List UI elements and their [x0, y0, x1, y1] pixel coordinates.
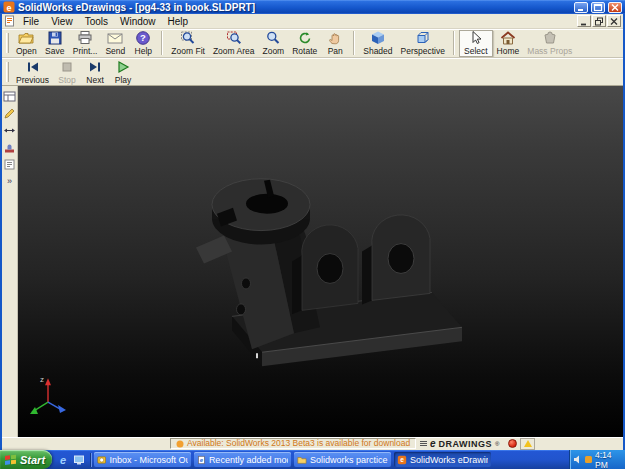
open-button[interactable]: Open [12, 30, 41, 57]
perspective-label: Perspective [401, 46, 445, 56]
print-button[interactable]: Print... [69, 30, 102, 57]
edrawings-icon: e [397, 454, 407, 466]
rotate-button[interactable]: Rotate [288, 30, 321, 57]
shaded-button[interactable]: Shaded [359, 30, 396, 57]
quick-launch: e [52, 454, 90, 466]
windows-flag-icon [4, 453, 17, 466]
comment-button[interactable] [3, 157, 17, 171]
warning-icon [524, 440, 532, 447]
print-label: Print... [73, 46, 98, 56]
stamp-icon [3, 141, 16, 154]
app-icon: e [3, 1, 15, 13]
start-label: Start [20, 454, 45, 466]
printer-icon [77, 30, 93, 46]
screen: e SolidWorks eDrawings - [pg4-33 in book… [0, 0, 625, 469]
minimize-button[interactable] [574, 2, 588, 13]
task-edrawings[interactable]: e SolidWorks eDrawing... [394, 452, 491, 467]
save-button[interactable]: Save [41, 30, 69, 57]
zoom-area-label: Zoom Area [213, 46, 255, 56]
zoom-fit-label: Zoom Fit [171, 46, 205, 56]
toolbar-grip[interactable] [6, 62, 9, 82]
panels-button[interactable] [3, 89, 17, 103]
rotate-icon [297, 30, 313, 46]
open-label: Open [16, 46, 37, 56]
zoom-area-icon [226, 30, 242, 46]
doc-minimize-button[interactable] [577, 15, 591, 27]
shaded-cube-icon [370, 30, 386, 46]
notice-text: Available: SolidWorks 2013 Beta3 is avai… [187, 439, 410, 448]
help-icon: ? [135, 30, 151, 46]
mass-props-button[interactable]: Mass Props [523, 30, 576, 57]
tray-app-icon[interactable] [584, 455, 593, 464]
task-browser[interactable]: e Recently added models -... [194, 452, 291, 467]
previous-button[interactable]: Previous [12, 58, 53, 85]
svg-text:e: e [400, 456, 404, 463]
rotate-label: Rotate [292, 46, 317, 56]
help-button[interactable]: ? Help [129, 30, 157, 57]
zoom-fit-button[interactable]: Zoom Fit [167, 30, 209, 57]
window-title: SolidWorks eDrawings - [pg4-33 in book.S… [18, 2, 571, 13]
home-icon [500, 30, 516, 46]
panels-icon [3, 90, 16, 103]
next-icon [87, 59, 103, 75]
svg-text:e: e [6, 3, 11, 13]
menu-view[interactable]: View [45, 15, 79, 28]
maximize-button[interactable] [591, 2, 605, 13]
menu-window[interactable]: Window [114, 15, 162, 28]
save-floppy-icon [47, 30, 63, 46]
mass-props-label: Mass Props [527, 46, 572, 56]
zoom-fit-icon [180, 30, 196, 46]
dimension-button[interactable] [3, 123, 17, 137]
viewport-3d[interactable]: z [18, 86, 623, 437]
menubar: File View Tools Window Help [2, 14, 623, 29]
stamp-button[interactable] [3, 140, 17, 154]
task-browser-label: Recently added models -... [209, 455, 288, 465]
toolbar-separator [353, 31, 355, 55]
select-button[interactable]: Select [459, 30, 493, 57]
warning-button[interactable] [520, 438, 535, 450]
menu-help[interactable]: Help [162, 15, 195, 28]
zoom-area-button[interactable]: Zoom Area [209, 30, 259, 57]
svg-text:?: ? [140, 32, 146, 43]
send-button[interactable]: Send [101, 30, 129, 57]
system-tray: 4:14 PM [569, 450, 625, 469]
status-red-icon[interactable] [508, 439, 517, 448]
next-button[interactable]: Next [81, 58, 109, 85]
save-label: Save [45, 46, 64, 56]
update-notice: Available: SolidWorks 2013 Beta3 is avai… [170, 438, 416, 449]
pan-hand-icon [327, 30, 343, 46]
edrawings-window: e SolidWorks eDrawings - [pg4-33 in book… [0, 0, 625, 450]
internet-explorer-icon[interactable]: e [57, 454, 69, 466]
menu-tools[interactable]: Tools [79, 15, 114, 28]
task-outlook[interactable]: Inbox - Microsoft Outlook [94, 452, 191, 467]
previous-label: Previous [16, 75, 49, 85]
doc-close-button[interactable] [607, 15, 621, 27]
zoom-label: Zoom [262, 46, 284, 56]
show-desktop-icon[interactable] [73, 454, 85, 466]
highlight-speck [256, 353, 258, 358]
toolbar-separator [453, 31, 455, 55]
clock[interactable]: 4:14 PM [595, 450, 622, 469]
toolbar-grip[interactable] [6, 33, 9, 53]
play-button[interactable]: Play [109, 58, 137, 85]
home-button[interactable]: Home [493, 30, 524, 57]
stop-button[interactable]: Stop [53, 58, 81, 85]
start-button[interactable]: Start [0, 450, 52, 469]
window-body: File View Tools Window Help [0, 14, 625, 450]
task-outlook-label: Inbox - Microsoft Outlook [109, 455, 188, 465]
menu-file[interactable]: File [17, 15, 45, 28]
task-folder[interactable]: Solidworks parctice test [294, 452, 391, 467]
doc-restore-button[interactable] [592, 15, 606, 27]
status-menu-icon[interactable] [420, 441, 427, 446]
close-button[interactable] [608, 2, 622, 13]
brand-registered: ® [495, 441, 499, 447]
markup-pencil-button[interactable] [3, 106, 17, 120]
zoom-button[interactable]: Zoom [258, 30, 288, 57]
volume-icon[interactable] [573, 455, 582, 464]
outlook-icon [97, 454, 106, 466]
perspective-button[interactable]: Perspective [397, 30, 449, 57]
pan-button[interactable]: Pan [321, 30, 349, 57]
orientation-triad-icon: z [30, 375, 66, 414]
sidebar-overflow-button[interactable]: » [3, 174, 17, 188]
animation-toolbar: Previous Stop Next [2, 58, 623, 86]
